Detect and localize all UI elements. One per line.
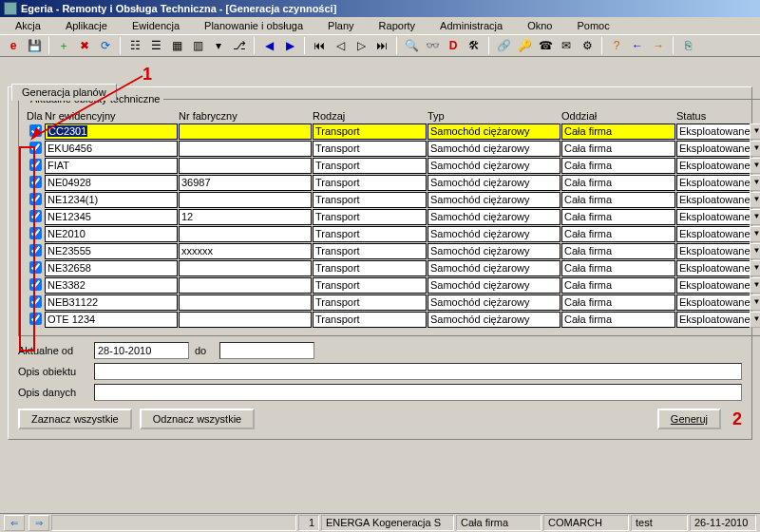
cell-oddzial[interactable]: Cała firma [561,175,675,191]
cell-nr-ewid[interactable]: OTE 1234 [45,312,178,328]
last-icon[interactable]: ⏭ [372,36,391,55]
row-checkbox[interactable] [29,313,42,325]
menu-plany[interactable]: Plany [316,19,366,32]
cell-status[interactable]: Eksploatowane [676,226,750,242]
cell-rodzaj[interactable]: Transport [313,124,427,140]
table-row[interactable]: NE32658TransportSamochód ciężarowyCała f… [27,259,760,276]
cell-rodzaj[interactable]: Transport [313,277,427,294]
cell-rodzaj[interactable]: Transport [313,226,427,242]
exit-icon[interactable]: ⎘ [678,36,697,55]
row-checkbox[interactable] [29,159,42,171]
cell-oddzial[interactable]: Cała firma [561,141,675,157]
gear-icon[interactable]: ⚙ [578,36,597,55]
cell-typ[interactable]: Samochód ciężarowy [428,141,560,157]
cell-oddzial[interactable]: Cała firma [561,192,675,208]
search-icon[interactable]: 🔍 [402,36,421,55]
tool-icon[interactable]: 🛠 [465,36,484,55]
table-row[interactable]: CC2301TransportSamochód ciężarowyCała fi… [27,123,760,140]
back-icon[interactable]: ◁ [331,36,350,55]
cell-nr-ewid[interactable]: NE12345 [45,209,178,225]
menu-akcja[interactable]: Akcja [4,19,52,32]
delete-icon[interactable]: ✖ [75,36,94,55]
cell-typ[interactable]: Samochód ciężarowy [428,226,560,242]
row-checkbox[interactable] [29,176,42,188]
cell-status[interactable]: Eksploatowane [676,124,750,140]
menu-okno[interactable]: Okno [516,19,563,32]
fwd-icon[interactable]: ▷ [352,36,370,55]
table-row[interactable]: OTE 1234TransportSamochód ciężarowyCała … [27,311,760,328]
cell-nr-fabr[interactable]: xxxxxx [179,243,312,259]
table-row[interactable]: NEB31122TransportSamochód ciężarowyCała … [27,294,760,311]
cell-nr-fabr[interactable]: 12 [179,209,312,225]
cell-oddzial[interactable]: Cała firma [561,158,675,174]
row-checkbox[interactable] [29,124,42,137]
binoc-icon[interactable]: 👓 [423,36,442,55]
cell-nr-fabr[interactable] [179,226,312,242]
deselect-all-button[interactable]: Odznacz wszystkie [140,408,256,429]
tab-generacja-planow[interactable]: Generacja planów [11,84,117,101]
status-dropdown-icon[interactable]: ▼ [750,312,760,328]
cell-nr-ewid[interactable]: NE32658 [45,260,178,276]
cell-typ[interactable]: Samochód ciężarowy [428,124,560,140]
cell-nr-fabr[interactable] [179,312,312,328]
table-row[interactable]: NE1234512TransportSamochód ciężarowyCała… [27,208,760,225]
status-dropdown-icon[interactable]: ▼ [750,260,760,276]
row-checkbox[interactable] [29,261,42,274]
cell-rodzaj[interactable]: Transport [313,243,427,259]
cell-rodzaj[interactable]: Transport [313,192,427,208]
cell-status[interactable]: Eksploatowane [676,260,750,276]
cell-typ[interactable]: Samochód ciężarowy [428,277,560,294]
cell-nr-ewid[interactable]: FIAT [45,158,178,174]
cell-oddzial[interactable]: Cała firma [561,209,675,225]
menu-planowanie[interactable]: Planowanie i obsługa [193,19,314,32]
row-checkbox[interactable] [29,244,42,256]
cell-nr-fabr[interactable] [179,294,312,311]
table-row[interactable]: NE23555xxxxxxTransportSamochód ciężarowy… [27,242,760,259]
opis-danych-input[interactable] [94,384,742,401]
table-row[interactable]: NE3382TransportSamochód ciężarowyCała fi… [27,276,760,294]
cell-nr-ewid[interactable]: NE3382 [45,277,178,294]
status-dropdown-icon[interactable]: ▼ [750,277,760,294]
menu-raporty[interactable]: Raporty [368,19,428,32]
help-icon[interactable]: ? [607,36,626,55]
menu-pomoc[interactable]: Pomoc [565,19,620,32]
cell-oddzial[interactable]: Cała firma [561,260,675,276]
menu-aplikacje[interactable]: Aplikacje [54,19,119,32]
cell-status[interactable]: Eksploatowane [676,175,750,191]
cell-oddzial[interactable]: Cała firma [561,124,675,140]
cell-status[interactable]: Eksploatowane [676,141,750,157]
cell-status[interactable]: Eksploatowane [676,209,750,225]
status-dropdown-icon[interactable]: ▼ [750,124,760,140]
date-from-input[interactable] [94,342,189,359]
sb-next-icon[interactable]: ⇒ [28,515,49,531]
cell-oddzial[interactable]: Cała firma [561,312,675,328]
cell-typ[interactable]: Samochód ciężarowy [428,158,560,174]
d-icon[interactable]: D [444,36,463,55]
grid-icon[interactable]: ▦ [167,36,186,55]
cell-nr-ewid[interactable]: NEB31122 [45,294,178,311]
cell-nr-ewid[interactable]: CC2301 [45,124,178,140]
cell-rodzaj[interactable]: Transport [313,312,427,328]
status-dropdown-icon[interactable]: ▼ [750,209,760,225]
cell-nr-ewid[interactable]: NE23555 [45,243,178,259]
nav-back-icon[interactable]: ← [628,36,647,55]
cell-status[interactable]: Eksploatowane [676,192,750,208]
status-dropdown-icon[interactable]: ▼ [750,192,760,208]
table-row[interactable]: NE2010TransportSamochód ciężarowyCała fi… [27,225,760,242]
cell-nr-fabr[interactable] [179,260,312,276]
cell-status[interactable]: Eksploatowane [676,158,750,174]
row-checkbox[interactable] [29,278,42,291]
mail-icon[interactable]: ✉ [557,36,576,55]
status-dropdown-icon[interactable]: ▼ [750,158,760,174]
cell-typ[interactable]: Samochód ciężarowy [428,209,560,225]
cell-nr-fabr[interactable]: 36987 [179,175,312,191]
cell-rodzaj[interactable]: Transport [313,175,427,191]
link-icon[interactable]: 🔗 [494,36,513,55]
cell-nr-fabr[interactable] [179,277,312,294]
cell-oddzial[interactable]: Cała firma [561,226,675,242]
cell-typ[interactable]: Samochód ciężarowy [428,260,560,276]
down-icon[interactable]: ▾ [209,36,228,55]
cell-status[interactable]: Eksploatowane [676,277,750,294]
cell-status[interactable]: Eksploatowane [676,243,750,259]
cell-nr-ewid[interactable]: NE2010 [45,226,178,242]
